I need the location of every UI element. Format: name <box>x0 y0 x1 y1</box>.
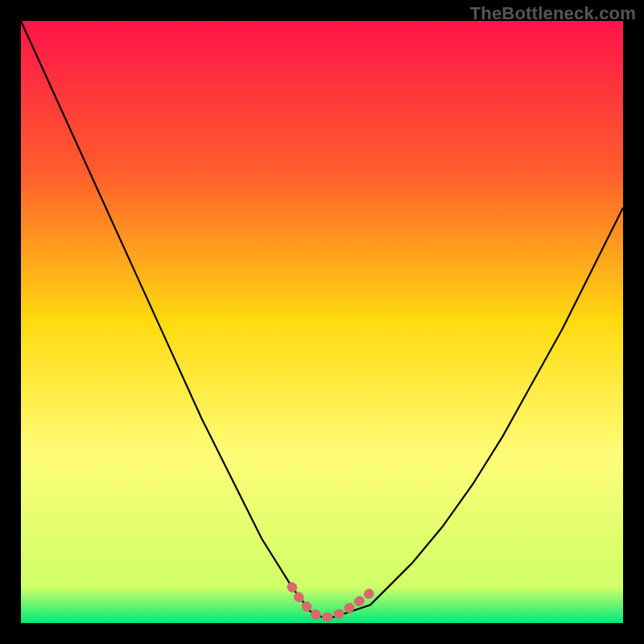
chart-frame: TheBottleneck.com <box>0 0 644 644</box>
plot-area <box>21 21 623 623</box>
chart-svg <box>21 21 623 623</box>
watermark-text: TheBottleneck.com <box>470 3 636 24</box>
gradient-background <box>21 21 623 623</box>
